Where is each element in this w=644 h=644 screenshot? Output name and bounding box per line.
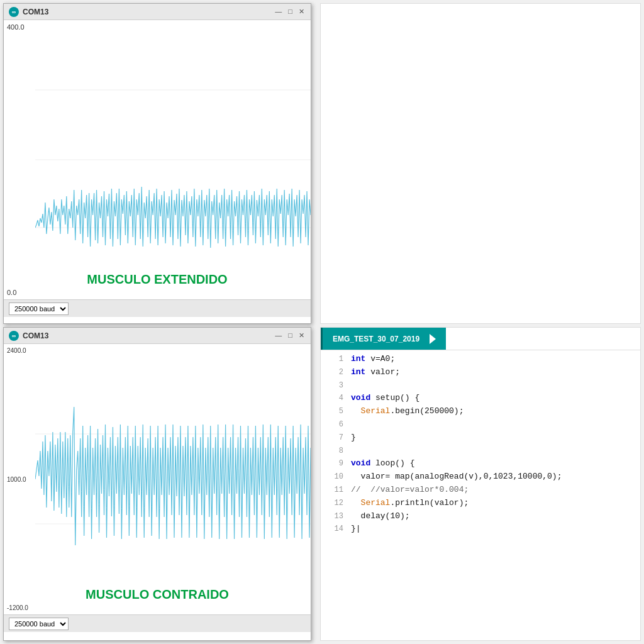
line-num-7: 7 (326, 432, 343, 444)
title-text-bottom: COM13 (23, 331, 48, 340)
chart-plot-bottom (35, 344, 311, 614)
line-num-11: 11 (326, 484, 343, 496)
code-line-13: 13 delay(10); (321, 510, 640, 523)
code-text-14: }| (351, 523, 361, 536)
serial-monitor-top: ∞ COM13 — □ ✕ 400.0 0.0 MUSCULO EXTENDID… (3, 3, 311, 324)
serial-monitor-bottom: ∞ COM13 — □ ✕ 2400.0 1000.0 -1200.0 MUSC… (3, 327, 311, 641)
y-axis-top: 400.0 0.0 (4, 20, 35, 299)
titlebar-bottom: ∞ COM13 — □ ✕ (4, 328, 311, 344)
code-line-5: 5 Serial.begin(250000); (321, 405, 640, 418)
code-text-13: delay(10); (351, 510, 410, 523)
code-line-11: 11 // //valor=valor*0.004; (321, 484, 640, 497)
chart-plot-top (35, 20, 311, 299)
line-num-4: 4 (326, 392, 343, 404)
svg-rect-7 (321, 4, 640, 323)
code-text-2: int valor; (351, 366, 400, 379)
window-title-top: ∞ COM13 (9, 7, 48, 17)
minimize-button-bottom[interactable]: — (274, 331, 283, 340)
y-axis-bottom: 2400.0 1000.0 -1200.0 (4, 344, 35, 614)
arduino-logo-bottom: ∞ (9, 331, 19, 341)
code-tab[interactable]: EMG_TEST_30_07_2019 (321, 328, 446, 350)
code-line-9: 9 void loop() { (321, 457, 640, 470)
y-top-label: 400.0 (7, 23, 32, 31)
code-line-7: 7 } (321, 431, 640, 445)
line-num-9: 9 (326, 458, 343, 470)
code-text-5: Serial.begin(250000); (351, 405, 464, 418)
y-mid-label-bottom: 1000.0 (7, 476, 32, 483)
maximize-button-top[interactable]: □ (287, 8, 294, 16)
chart-area-bottom: 2400.0 1000.0 -1200.0 MUSCULO CONTRAIDO (4, 344, 311, 614)
y-bot-label: 0.0 (7, 289, 32, 296)
code-text-8 (351, 445, 356, 458)
code-header: EMG_TEST_30_07_2019 (321, 328, 640, 350)
line-num-13: 13 (326, 511, 343, 523)
y-top-label-bottom: 2400.0 (7, 347, 32, 354)
code-text-9: void loop() { (351, 457, 414, 470)
tab-label: EMG_TEST_30_07_2019 (333, 335, 419, 343)
maximize-button-bottom[interactable]: □ (287, 331, 294, 340)
code-line-14: 14 }| (321, 523, 640, 536)
code-text-1: int v=A0; (351, 353, 395, 366)
line-num-14: 14 (326, 523, 343, 535)
code-text-11: // //valor=valor*0.004; (351, 484, 469, 497)
window-controls-top[interactable]: — □ ✕ (274, 8, 306, 16)
circuit-svg: 9V + - Reference electrode 3 and GROUND … (321, 4, 640, 323)
chart-label-top: MUSCULO EXTENDIDO (87, 272, 227, 287)
line-num-6: 6 (326, 419, 343, 431)
code-body: 1 int v=A0; 2 int valor; 3 4 void setup(… (321, 350, 640, 640)
code-text-12: Serial.println(valor); (351, 497, 469, 510)
code-editor: EMG_TEST_30_07_2019 1 int v=A0; 2 int va… (320, 327, 641, 641)
line-num-2: 2 (326, 367, 343, 379)
code-line-6: 6 (321, 418, 640, 431)
arduino-logo-top: ∞ (9, 7, 19, 17)
window-title-bottom: ∞ COM13 (9, 331, 48, 341)
window-controls-bottom[interactable]: — □ ✕ (274, 331, 306, 340)
code-text-3 (351, 379, 356, 392)
wave-svg-bottom (35, 344, 311, 614)
line-num-1: 1 (326, 353, 343, 365)
wave-svg-top (35, 20, 311, 299)
code-text-10: valor= map(analogRead(v),0,1023,10000,0)… (351, 470, 562, 484)
code-line-2: 2 int valor; (321, 366, 640, 379)
tab-dropdown-icon (430, 334, 436, 344)
minimize-button-top[interactable]: — (274, 8, 283, 16)
code-line-12: 12 Serial.println(valor); (321, 497, 640, 510)
title-text-top: COM13 (23, 8, 48, 16)
code-line-1: 1 int v=A0; (321, 353, 640, 366)
line-num-12: 12 (326, 497, 343, 509)
baud-select-bottom[interactable]: 250000 baud (9, 618, 69, 630)
line-num-5: 5 (326, 406, 343, 418)
code-line-8: 8 (321, 445, 640, 458)
line-num-10: 10 (326, 471, 343, 483)
titlebar-top: ∞ COM13 — □ ✕ (4, 4, 311, 20)
y-bot-label-bottom: -1200.0 (7, 604, 32, 611)
chart-label-bottom: MUSCULO CONTRAIDO (86, 587, 229, 602)
footer-top: 250000 baud (4, 299, 311, 317)
code-text-7: } (351, 431, 356, 445)
line-num-8: 8 (326, 445, 343, 457)
close-button-bottom[interactable]: ✕ (297, 331, 306, 340)
close-button-top[interactable]: ✕ (297, 8, 306, 16)
code-line-3: 3 (321, 379, 640, 392)
line-num-3: 3 (326, 380, 343, 392)
baud-select-top[interactable]: 250000 baud (9, 303, 69, 315)
footer-bottom: 250000 baud (4, 614, 311, 632)
code-line-4: 4 void setup() { (321, 392, 640, 405)
code-text-6 (351, 418, 356, 431)
code-line-10: 10 valor= map(analogRead(v),0,1023,10000… (321, 470, 640, 484)
code-text-4: void setup() { (351, 392, 419, 405)
circuit-diagram: 9V + - Reference electrode 3 and GROUND … (320, 3, 641, 324)
chart-area-top: 400.0 0.0 MUSCULO EXTENDIDO (4, 20, 311, 299)
